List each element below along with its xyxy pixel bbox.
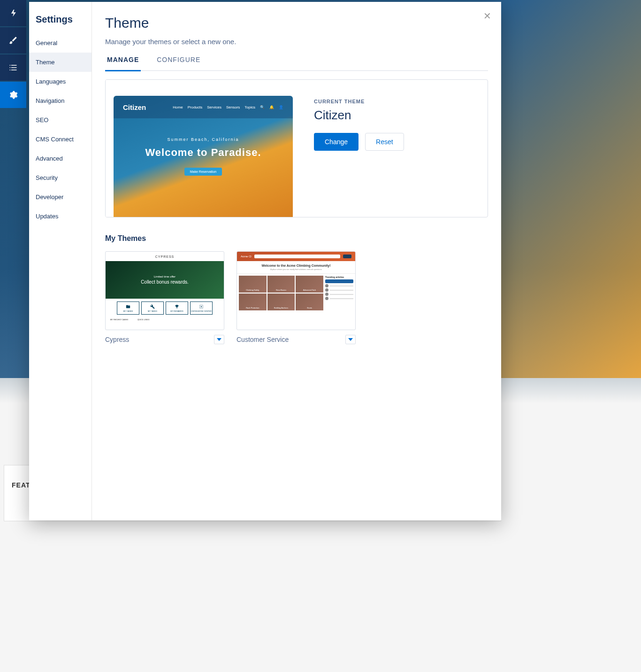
preview-nav: Home Products Services Sensors Topics 🔍 … xyxy=(173,105,283,109)
preview-nav-icon: 👤 xyxy=(279,105,283,109)
avatar-icon xyxy=(325,284,328,287)
cs-ask-button xyxy=(325,279,353,283)
cypress-tiles: MY CASES MY TASKS MY REWARDS KNOWLEDGE C… xyxy=(106,299,224,317)
preview-nav-item: Topics xyxy=(244,105,255,109)
cypress-bottom-col: QUICK LINKS xyxy=(137,318,149,321)
sidebar-item-updates[interactable]: Updates xyxy=(29,207,92,226)
theme-thumb-cypress: CYPRESS Limited time offer Collect bonus… xyxy=(105,251,224,330)
preview-logo: Citizen xyxy=(123,103,146,111)
cs-feed-row xyxy=(325,288,353,292)
text-line xyxy=(330,298,353,299)
preview-nav-item: Products xyxy=(188,105,203,109)
preview-hero: Summer Beach, California Welcome to Para… xyxy=(114,137,293,176)
page-title: Theme xyxy=(105,15,488,31)
background-tab-label: FEAT xyxy=(12,481,31,489)
cs-gallery-item: Building Anchors xyxy=(267,294,295,310)
tabs: MANAGE CONFIGURE xyxy=(105,56,488,71)
cs-gallery-item: Knots xyxy=(296,294,323,310)
cs-search-bar xyxy=(254,255,340,258)
cypress-tile: MY TASKS xyxy=(141,301,164,315)
rail-settings[interactable] xyxy=(0,82,26,108)
cs-gallery-item: Gear Basics xyxy=(267,276,295,293)
cs-gallery-item: Climbing Safety xyxy=(239,276,267,293)
bolt-icon xyxy=(8,8,18,18)
sidebar-item-advanced[interactable]: Advanced xyxy=(29,149,92,168)
current-theme-card: Citizen Home Products Services Sensors T… xyxy=(105,79,488,217)
rail-bolt[interactable] xyxy=(0,0,26,26)
reset-button[interactable]: Reset xyxy=(365,133,404,151)
sidebar-item-languages[interactable]: Languages xyxy=(29,72,92,91)
cs-feed-row xyxy=(325,293,353,296)
preview-header: Citizen Home Products Services Sensors T… xyxy=(114,96,293,118)
cypress-hero-main: Collect bonus rewards. xyxy=(141,279,189,285)
text-line xyxy=(330,294,353,295)
cs-body: Climbing Safety Gear Basics Advanced Tec… xyxy=(237,274,355,312)
preview-citizen: Citizen Home Products Services Sensors T… xyxy=(114,96,293,217)
sidebar-item-cms-connect[interactable]: CMS Connect xyxy=(29,130,92,149)
avatar-icon xyxy=(325,288,328,292)
theme-card-cypress[interactable]: CYPRESS Limited time offer Collect bonus… xyxy=(105,251,224,344)
current-theme-name: Citizen xyxy=(314,108,474,123)
rail-list[interactable] xyxy=(0,54,26,81)
tab-manage[interactable]: MANAGE xyxy=(105,56,141,71)
sidebar-item-navigation[interactable]: Navigation xyxy=(29,91,92,110)
current-theme-preview: Citizen Home Products Services Sensors T… xyxy=(106,80,301,217)
cypress-brand: CYPRESS xyxy=(106,252,224,261)
theme-menu-button[interactable] xyxy=(214,335,224,344)
current-theme-label: CURRENT THEME xyxy=(314,99,474,104)
theme-footer: Customer Service xyxy=(237,335,356,344)
preview-cta: Make Reservation xyxy=(184,168,222,176)
theme-name-label: Cypress xyxy=(105,336,129,343)
cs-header: Acme Cl xyxy=(237,252,355,261)
settings-sidebar: Settings General Theme Languages Navigat… xyxy=(29,2,92,520)
close-icon: ✕ xyxy=(483,10,491,22)
theme-thumb-customer-service: Acme Cl Welcome to the Acme Climbing Com… xyxy=(237,251,356,330)
preview-location: Summer Beach, California xyxy=(114,137,293,142)
cs-brand: Acme Cl xyxy=(241,255,252,258)
cs-feed-row xyxy=(325,297,353,300)
change-button[interactable]: Change xyxy=(314,133,359,151)
sidebar-item-seo[interactable]: SEO xyxy=(29,110,92,130)
cypress-bottom: MY RECENT CASES QUICK LINKS xyxy=(106,317,224,322)
cs-search-button xyxy=(343,255,351,258)
close-button[interactable]: ✕ xyxy=(481,10,493,22)
theme-card-customer-service[interactable]: Acme Cl Welcome to the Acme Climbing Com… xyxy=(237,251,356,344)
play-icon xyxy=(199,304,204,309)
tab-configure[interactable]: CONFIGURE xyxy=(155,56,202,71)
cs-welcome-sub: A place where you can easily find soluti… xyxy=(240,268,352,270)
preview-nav-item: Services xyxy=(207,105,221,109)
cs-gallery: Climbing Safety Gear Basics Advanced Tec… xyxy=(239,276,323,310)
preview-nav-item: Home xyxy=(173,105,183,109)
theme-menu-button[interactable] xyxy=(345,335,356,344)
sidebar-item-theme[interactable]: Theme xyxy=(29,53,92,72)
caret-down-icon xyxy=(217,338,221,341)
caret-down-icon xyxy=(348,338,353,341)
rail-brush[interactable] xyxy=(0,27,26,54)
cs-feed-row xyxy=(325,284,353,287)
tools-icon xyxy=(150,304,155,309)
cypress-hero-sub: Limited time offer xyxy=(154,275,176,278)
my-themes-title: My Themes xyxy=(105,234,488,243)
brush-icon xyxy=(8,36,18,45)
sidebar-item-developer[interactable]: Developer xyxy=(29,187,92,207)
avatar-icon xyxy=(325,297,328,300)
cs-welcome: Welcome to the Acme Climbing Community! … xyxy=(237,261,355,274)
cs-sidebar: Trending articles xyxy=(325,276,353,310)
page-subtitle: Manage your themes or select a new one. xyxy=(105,38,488,46)
cypress-tile: MY REWARDS xyxy=(166,301,188,315)
cs-side-header: Trending articles xyxy=(325,276,353,278)
cypress-tile: KNOWLEDGE CENTER xyxy=(190,301,213,315)
sidebar-title: Settings xyxy=(29,14,92,33)
cypress-hero: Limited time offer Collect bonus rewards… xyxy=(106,261,224,299)
sidebar-item-security[interactable]: Security xyxy=(29,168,92,187)
text-line xyxy=(330,290,353,291)
sidebar-item-general[interactable]: General xyxy=(29,33,92,53)
main-panel: ✕ Theme Manage your themes or select a n… xyxy=(92,2,501,520)
cypress-bottom-col: MY RECENT CASES xyxy=(110,318,128,321)
cs-gallery-item: Rack Protection xyxy=(239,294,267,310)
list-icon xyxy=(8,63,18,72)
theme-grid: CYPRESS Limited time offer Collect bonus… xyxy=(105,251,488,344)
current-theme-info: CURRENT THEME Citizen Change Reset xyxy=(301,80,488,217)
current-theme-actions: Change Reset xyxy=(314,133,474,151)
trophy-icon xyxy=(175,304,179,309)
